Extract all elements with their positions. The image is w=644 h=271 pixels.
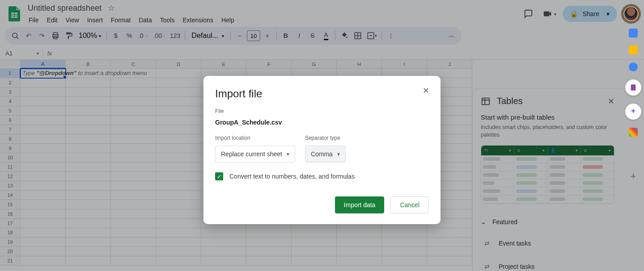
- cell[interactable]: [21, 228, 66, 238]
- cell[interactable]: [156, 144, 201, 153]
- cell[interactable]: [21, 97, 66, 106]
- cell[interactable]: [156, 219, 201, 228]
- strikethrough-icon[interactable]: S: [306, 29, 319, 42]
- cell[interactable]: [111, 181, 156, 191]
- menu-file[interactable]: File: [25, 15, 42, 25]
- row-header[interactable]: 20: [0, 247, 21, 256]
- cell[interactable]: [66, 247, 111, 256]
- cell[interactable]: [66, 256, 111, 266]
- cell[interactable]: [201, 228, 246, 238]
- gemini-fab-icon[interactable]: [625, 104, 641, 120]
- menu-tools[interactable]: Tools: [157, 15, 178, 25]
- cell[interactable]: [156, 209, 201, 219]
- comments-icon[interactable]: [520, 6, 536, 22]
- column-header[interactable]: I: [382, 60, 427, 68]
- cell[interactable]: [111, 88, 156, 97]
- document-title[interactable]: Untitled spreadsheet: [25, 3, 104, 14]
- cancel-button[interactable]: Cancel: [390, 196, 429, 213]
- row-header[interactable]: 12: [0, 172, 21, 181]
- cell[interactable]: [156, 125, 201, 134]
- italic-icon[interactable]: I: [293, 29, 305, 42]
- cell[interactable]: [382, 238, 427, 247]
- cell[interactable]: [156, 106, 201, 116]
- cell[interactable]: [66, 116, 111, 125]
- row-header[interactable]: 16: [0, 209, 21, 219]
- cell[interactable]: [66, 78, 111, 88]
- cell[interactable]: [382, 228, 427, 238]
- cell[interactable]: [337, 228, 382, 238]
- cell[interactable]: [21, 125, 66, 134]
- decrease-font-icon[interactable]: −: [233, 29, 246, 42]
- cell[interactable]: [21, 78, 66, 88]
- star-icon[interactable]: ☆: [108, 3, 115, 13]
- row-header[interactable]: 8: [0, 134, 21, 144]
- separator-type-select[interactable]: Comma▼: [305, 146, 346, 163]
- cell[interactable]: [292, 247, 337, 256]
- cell[interactable]: [111, 163, 156, 172]
- zoom-select[interactable]: 100%▾: [76, 32, 104, 40]
- cell[interactable]: [66, 106, 111, 116]
- cell[interactable]: [246, 238, 292, 247]
- account-avatar[interactable]: [623, 6, 639, 21]
- cell[interactable]: [21, 153, 66, 163]
- row-header[interactable]: 21: [0, 256, 21, 266]
- cell[interactable]: [111, 78, 156, 88]
- cell[interactable]: [111, 134, 156, 144]
- search-icon[interactable]: [9, 29, 21, 42]
- row-header[interactable]: 14: [0, 191, 21, 200]
- cell[interactable]: [21, 88, 66, 97]
- cell[interactable]: [66, 97, 111, 106]
- name-box[interactable]: A1▾: [0, 50, 43, 57]
- cell[interactable]: [111, 116, 156, 125]
- cell[interactable]: [111, 200, 156, 209]
- cell[interactable]: [292, 238, 337, 247]
- row-header[interactable]: 6: [0, 116, 21, 125]
- cell[interactable]: [111, 238, 156, 247]
- more-icon[interactable]: ⋮: [385, 29, 397, 42]
- cell[interactable]: [21, 134, 66, 144]
- menu-help[interactable]: Help: [218, 15, 238, 25]
- tasks-app-icon[interactable]: [629, 63, 638, 71]
- cell[interactable]: [111, 153, 156, 163]
- cell[interactable]: [156, 172, 201, 181]
- cell[interactable]: [66, 191, 111, 200]
- row-header[interactable]: 9: [0, 144, 21, 153]
- cell[interactable]: [292, 256, 337, 266]
- cell[interactable]: [246, 256, 292, 266]
- cell[interactable]: [427, 228, 472, 238]
- contacts-fab-icon[interactable]: [625, 79, 641, 96]
- keep-icon[interactable]: [629, 46, 638, 54]
- cell[interactable]: [66, 181, 111, 191]
- currency-icon[interactable]: $: [110, 29, 122, 42]
- column-header[interactable]: J: [427, 60, 472, 68]
- column-header[interactable]: G: [292, 60, 337, 68]
- cell[interactable]: [156, 88, 201, 97]
- font-size-input[interactable]: [247, 30, 260, 41]
- cell[interactable]: [111, 228, 156, 238]
- borders-icon[interactable]: [352, 29, 364, 42]
- cell[interactable]: [21, 163, 66, 172]
- cell[interactable]: [156, 181, 201, 191]
- cell[interactable]: [156, 256, 201, 266]
- cell[interactable]: [337, 238, 382, 247]
- cell[interactable]: [111, 256, 156, 266]
- cell[interactable]: [66, 200, 111, 209]
- cell[interactable]: [111, 247, 156, 256]
- collapse-toolbar-icon[interactable]: ︿: [445, 29, 458, 42]
- column-header[interactable]: D: [156, 60, 201, 68]
- cell[interactable]: [111, 125, 156, 134]
- template-project-tasks[interactable]: ⇄Project tasks: [473, 255, 623, 271]
- share-button[interactable]: 🔒 Share ▾: [563, 6, 617, 22]
- cell[interactable]: [201, 238, 246, 247]
- row-header[interactable]: 7: [0, 125, 21, 134]
- row-header[interactable]: 2: [0, 78, 21, 88]
- cell[interactable]: [382, 247, 427, 256]
- cell[interactable]: [66, 172, 111, 181]
- cell[interactable]: [21, 191, 66, 200]
- column-header[interactable]: C: [111, 60, 156, 68]
- cell[interactable]: [66, 134, 111, 144]
- row-header[interactable]: 19: [0, 238, 21, 247]
- cell[interactable]: [201, 256, 246, 266]
- column-header[interactable]: B: [66, 60, 111, 68]
- template-event-tasks[interactable]: ⇄Event tasks: [473, 232, 623, 255]
